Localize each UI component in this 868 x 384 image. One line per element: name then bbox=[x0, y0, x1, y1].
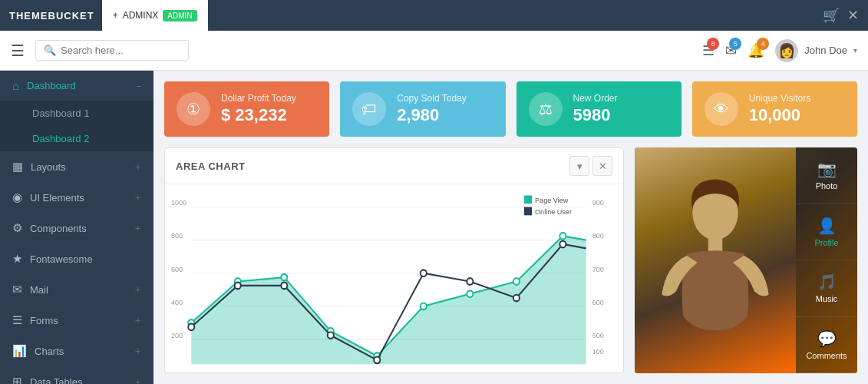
profile-action-label: Profile bbox=[814, 238, 838, 247]
svg-point-31 bbox=[421, 270, 427, 276]
chart-collapse-btn[interactable]: ▾ bbox=[569, 156, 589, 176]
new-order-icon: ⚖ bbox=[529, 92, 563, 126]
chart-row: AREA CHART ▾ ✕ 1000 800 600 400 200 bbox=[164, 147, 857, 373]
sidebar-item-mail[interactable]: ✉ Mail + bbox=[0, 274, 153, 305]
svg-point-24 bbox=[513, 278, 520, 285]
chart-close-btn[interactable]: ✕ bbox=[592, 156, 612, 176]
stat-card-dollar-profit: ① Dollar Profit Today $ 23,232 bbox=[164, 81, 329, 137]
sidebar-label-mail: Mail bbox=[30, 284, 48, 296]
svg-point-26 bbox=[188, 323, 194, 330]
profile-image: ⊙ ♡ ↑ bbox=[635, 147, 857, 373]
svg-rect-37 bbox=[524, 207, 532, 216]
copy-sold-info: Copy Sold Today 2,980 bbox=[397, 93, 467, 125]
avatar: 👩 bbox=[775, 39, 798, 62]
photo-action[interactable]: 📷 Photo bbox=[796, 147, 857, 204]
topbar-close-icon[interactable]: ✕ bbox=[847, 7, 859, 24]
svg-point-19 bbox=[281, 274, 287, 281]
stat-cards: ① Dollar Profit Today $ 23,232 🏷 Copy So… bbox=[164, 81, 857, 137]
list-icon-wrap[interactable]: ☰ 8 bbox=[702, 42, 715, 59]
admin-tab[interactable]: + ADMINX ADMIN bbox=[102, 0, 208, 31]
components-plus: + bbox=[135, 222, 141, 234]
main-layout: ⌂ Dashboard − Dashboard 1 Dashboard 2 ▦ … bbox=[0, 71, 868, 384]
dashboard-submenu: Dashboard 1 Dashboard 2 bbox=[0, 101, 153, 151]
data-tables-icon: ⊞ bbox=[12, 375, 22, 384]
svg-point-28 bbox=[281, 283, 287, 290]
layouts-plus: + bbox=[135, 161, 141, 173]
search-input[interactable] bbox=[61, 45, 180, 56]
sidebar-label-ui-elements: UI Elements bbox=[30, 192, 84, 204]
ui-elements-icon: ◉ bbox=[12, 190, 22, 204]
svg-rect-35 bbox=[524, 195, 532, 204]
comments-action[interactable]: 💬 Comments bbox=[796, 317, 857, 374]
main-content: ① Dollar Profit Today $ 23,232 🏷 Copy So… bbox=[153, 71, 868, 384]
charts-icon: 📊 bbox=[12, 344, 27, 358]
sidebar-item-dashboard[interactable]: ⌂ Dashboard − bbox=[0, 71, 153, 101]
sidebar-item-ui-elements[interactable]: ◉ UI Elements + bbox=[0, 182, 153, 213]
sidebar-label-data-tables: Data Tables bbox=[30, 376, 82, 385]
bell-icon-wrap[interactable]: 🔔 4 bbox=[748, 42, 764, 59]
side-actions: 📷 Photo 👤 Profile 🎵 Music 💬 bbox=[796, 147, 857, 373]
sidebar-label-dashboard: Dashboard bbox=[27, 80, 76, 91]
charts-plus: + bbox=[135, 345, 141, 357]
photo-icon: 📷 bbox=[817, 160, 837, 178]
unique-visitors-label: Unique Visitors bbox=[749, 93, 810, 104]
music-action[interactable]: 🎵 Music bbox=[796, 260, 857, 317]
user-info[interactable]: 👩 John Doe ▾ bbox=[775, 39, 857, 62]
forms-plus: + bbox=[135, 314, 141, 326]
person-image bbox=[635, 147, 796, 373]
stat-card-unique-visitors: 👁 Unique Visitors 10,000 bbox=[692, 81, 857, 137]
dollar-profit-value: $ 23,232 bbox=[221, 105, 296, 125]
hamburger-icon[interactable]: ☰ bbox=[11, 41, 25, 60]
profile-action[interactable]: 👤 Profile bbox=[796, 204, 857, 261]
data-tables-plus: + bbox=[135, 376, 141, 384]
svg-text:200: 200 bbox=[171, 330, 183, 339]
new-order-label: New Order bbox=[573, 93, 618, 104]
person-bg bbox=[635, 147, 796, 373]
svg-text:700: 700 bbox=[592, 264, 604, 273]
mail-icon-wrap[interactable]: ✉ 5 bbox=[725, 42, 737, 59]
list-badge: 8 bbox=[707, 38, 719, 50]
dollar-profit-info: Dollar Profit Today $ 23,232 bbox=[221, 93, 296, 125]
sidebar-item-layouts[interactable]: ▦ Layouts + bbox=[0, 151, 153, 182]
music-icon: 🎵 bbox=[817, 273, 837, 291]
layouts-icon: ▦ bbox=[12, 160, 23, 174]
sidebar-label-components: Components bbox=[30, 223, 87, 234]
svg-point-22 bbox=[421, 303, 427, 310]
sidebar-label-forms: Forms bbox=[30, 315, 58, 326]
dollar-profit-label: Dollar Profit Today bbox=[221, 93, 296, 104]
sidebar-item-data-tables[interactable]: ⊞ Data Tables + bbox=[0, 366, 153, 384]
sidebar-label-fontawesome: Fontawesome bbox=[30, 253, 93, 265]
sidebar-item-fontawesome[interactable]: ★ Fontawesome bbox=[0, 243, 153, 274]
svg-text:800: 800 bbox=[592, 231, 604, 240]
mail-sidebar-icon: ✉ bbox=[12, 283, 22, 296]
person-silhouette-svg bbox=[646, 174, 784, 373]
search-box: 🔍 bbox=[35, 40, 189, 61]
chart-header: AREA CHART ▾ ✕ bbox=[165, 148, 623, 184]
svg-point-25 bbox=[559, 233, 566, 240]
sidebar-item-dashboard1[interactable]: Dashboard 1 bbox=[0, 101, 153, 126]
svg-text:Online User: Online User bbox=[535, 207, 572, 216]
unique-visitors-info: Unique Visitors 10,000 bbox=[749, 93, 810, 125]
svg-text:600: 600 bbox=[171, 264, 183, 273]
right-panel: ⊙ ♡ ↑ bbox=[635, 147, 857, 373]
user-name: John Doe bbox=[804, 45, 847, 56]
ui-elements-plus: + bbox=[135, 191, 141, 204]
new-order-value: 5980 bbox=[573, 105, 618, 125]
svg-text:1000: 1000 bbox=[171, 198, 186, 207]
comments-label: Comments bbox=[806, 351, 847, 360]
music-label: Music bbox=[816, 294, 838, 303]
sidebar-item-charts[interactable]: 📊 Charts + bbox=[0, 336, 153, 366]
svg-text:500: 500 bbox=[592, 330, 604, 339]
chart-title: AREA CHART bbox=[176, 161, 245, 172]
comments-icon: 💬 bbox=[817, 329, 837, 348]
dashboard-icon: ⌂ bbox=[12, 79, 19, 92]
sidebar-item-forms[interactable]: ☰ Forms + bbox=[0, 305, 153, 336]
cart-icon[interactable]: 🛒 bbox=[823, 7, 840, 24]
svg-text:800: 800 bbox=[171, 231, 183, 240]
area-chart-svg: 1000 800 600 400 200 900 800 700 600 500… bbox=[168, 190, 617, 372]
photo-label: Photo bbox=[816, 181, 838, 190]
sidebar-item-dashboard2[interactable]: Dashboard 2 bbox=[0, 126, 153, 151]
header: ☰ 🔍 ☰ 8 ✉ 5 🔔 4 👩 John Doe ▾ bbox=[0, 31, 868, 71]
sidebar-item-components[interactable]: ⚙ Components + bbox=[0, 213, 153, 243]
dollar-profit-icon: ① bbox=[177, 92, 210, 126]
